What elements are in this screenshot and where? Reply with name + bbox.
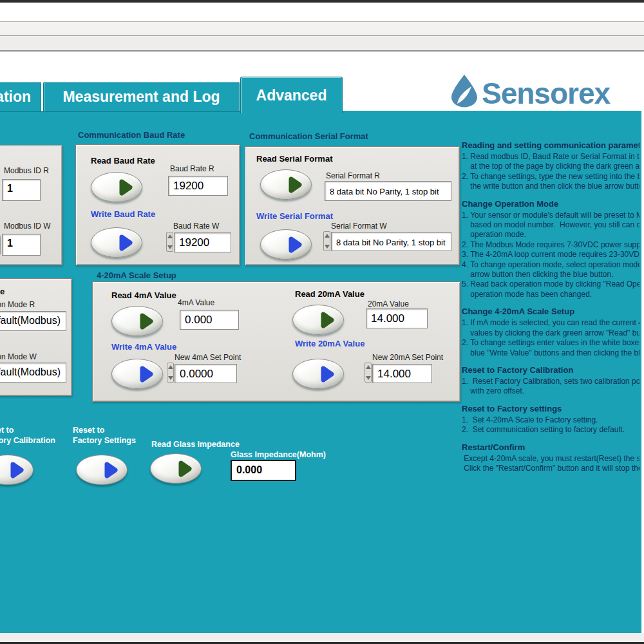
instruction-line: 1. Your sensor or module's default will … (462, 211, 639, 220)
20ma-value: 14.000 (366, 308, 428, 328)
glass-impedance-value: 0.000 (231, 460, 296, 481)
write-serial-format-button[interactable] (260, 229, 312, 260)
instruction-line: at the top of the page by clicking the d… (462, 162, 639, 171)
20ma-value-label: 20mA Value (368, 299, 409, 308)
new-4ma-spinner[interactable] (167, 363, 174, 383)
read-operation-mode-label: Read Operation Mode (0, 287, 5, 296)
baud-rate-r-label: Baud Rate R (170, 164, 214, 173)
blue-arrow-icon (9, 460, 26, 480)
tab-measurement-and-log[interactable]: Measurement and Log (43, 82, 240, 112)
blue-arrow-icon (138, 365, 155, 384)
green-arrow-icon (177, 459, 194, 478)
reset-factory-settings-button[interactable] (76, 455, 128, 485)
instruction-line: Except 4-20mA scale, you must restart(Re… (462, 454, 639, 464)
serial-format-r-value: 8 data bit No Parity, 1 stop bit (325, 181, 451, 201)
instruction-section: Reset to Factory Calibration1. Reset Fac… (462, 365, 639, 397)
spinner-up-icon[interactable] (168, 365, 173, 369)
serial-format-r-label: Serial Format R (326, 171, 380, 180)
new-20ma-setpoint-label: New 20mA Set Point (372, 353, 443, 362)
instruction-heading: Reading and setting communication parame… (462, 140, 639, 150)
write-20ma-button[interactable] (292, 359, 344, 389)
baud-rate-r-value: 19200 (168, 176, 228, 196)
operation-mode-r-value: Default(Modbus) (0, 311, 66, 331)
instruction-line: with zero offset. (462, 386, 639, 396)
instruction-line: operation mode. (462, 230, 639, 240)
instruction-line: 1. Set 4-20mA Scale to Factory setting. (462, 415, 639, 425)
tab-advanced[interactable]: Advanced (240, 77, 343, 113)
write-4ma-button[interactable] (111, 359, 163, 389)
spinner-down-icon[interactable] (168, 376, 173, 380)
instruction-section: Change 4-20mA Scale Setup1. If mA mode i… (462, 307, 639, 358)
green-arrow-icon (287, 175, 304, 194)
baud-rate-panel: Read Baud Rate Baud Rate R 19200 Write B… (75, 144, 240, 265)
tab-calibration[interactable]: Calibration (0, 82, 41, 112)
read-baud-rate-button[interactable] (91, 172, 142, 202)
read-20ma-button[interactable] (292, 305, 344, 335)
write-baud-rate-button[interactable] (91, 227, 142, 258)
instruction-line: blue "Write Value" buttons and then clic… (462, 348, 639, 358)
serial-format-w-spinner[interactable] (323, 231, 330, 251)
instruction-line: 1. If mA mode is selected, you can read … (462, 318, 639, 328)
read-4ma-button[interactable] (111, 306, 163, 336)
spinner-up-icon[interactable] (325, 234, 330, 238)
spinner-down-icon[interactable] (167, 245, 173, 249)
new-4ma-setpoint-input[interactable]: 0.0000 (175, 364, 237, 383)
instruction-line: 2. Set communication setting to factory … (462, 425, 639, 435)
new-20ma-setpoint-input[interactable]: 14.000 (372, 364, 432, 383)
serial-format-w-input[interactable]: 8 data bit No Parity, 1 stop bit (331, 232, 451, 251)
blue-arrow-icon (287, 235, 304, 254)
blue-arrow-icon (118, 233, 135, 252)
read-serial-format-button[interactable] (260, 169, 312, 200)
operation-mode-w-input[interactable]: Default(Modbus) (0, 363, 66, 383)
serial-format-w-label: Serial Format W (331, 222, 387, 231)
instruction-line: 2. The Modbus Mode requires 7-30VDC powe… (462, 240, 639, 250)
brand-name: Sensorex (482, 76, 610, 111)
4ma-value: 0.000 (180, 310, 239, 330)
blue-arrow-icon (319, 365, 336, 384)
read-glass-impedance-button[interactable] (150, 453, 202, 484)
spinner-up-icon[interactable] (167, 234, 173, 238)
instruction-section: Reading and setting communication parame… (462, 140, 639, 192)
modbus-id-r-value: 1 (2, 179, 41, 201)
instruction-line: 1. Reset Factory Calibration, sets two c… (462, 377, 639, 386)
instruction-heading: Restart/Confirm (462, 442, 639, 452)
read-glass-impedance-label: Read Glass Impedance (151, 439, 240, 450)
label-line: Factory Calibration (0, 435, 55, 446)
instruction-section: Change Operation Mode1. Your sensor or m… (462, 199, 639, 300)
instruction-line: operation mode has been changed. (462, 290, 639, 299)
spinner-up-icon[interactable] (366, 365, 371, 369)
serial-panel-title: Communication Serial Format (249, 131, 368, 141)
write-4ma-label: Write 4mA Value (111, 342, 176, 352)
baud-rate-w-input[interactable]: 19200 (174, 232, 231, 252)
menu-bar (0, 21, 644, 36)
tab-label: Measurement and Log (62, 88, 220, 106)
label-line: Reset to (73, 425, 136, 435)
write-20ma-label: Write 20mA Value (295, 339, 365, 348)
4ma-value-label: 4mA Value (178, 298, 214, 307)
instruction-section: Reset to Factory settings1. Set 4-20mA S… (462, 404, 639, 435)
modbus-id-w-spinner[interactable] (0, 235, 1, 255)
baud-rate-w-spinner[interactable] (166, 232, 173, 252)
spinner-down-icon[interactable] (325, 245, 330, 249)
instruction-heading: Change 4-20mA Scale Setup (462, 307, 639, 316)
green-arrow-icon (118, 178, 135, 197)
green-arrow-icon (319, 310, 336, 330)
instruction-line: values by clicking the dark green arrow … (462, 328, 639, 338)
read-4ma-label: Read 4mA Value (111, 290, 176, 300)
instruction-line: the write button and then click the blue… (462, 182, 639, 191)
read-serial-format-label: Read Serial Format (256, 154, 333, 164)
modbus-id-w-input[interactable]: 1 (2, 234, 41, 256)
instruction-heading: Change Operation Mode (462, 199, 639, 209)
new-20ma-spinner[interactable] (365, 363, 372, 383)
spinner-down-icon[interactable] (366, 376, 371, 380)
modbus-id-panel: Modbus ID R 1 Modbus ID W 1 (0, 145, 62, 265)
modbus-id-r-label: Modbus ID R (4, 166, 49, 175)
instruction-line: 1. Read modbus ID, Baud Rate or Serial F… (462, 152, 639, 162)
write-baud-rate-label: Write Baud Rate (91, 209, 155, 219)
tool-bar (0, 36, 644, 52)
label-line: Factory Settings (73, 435, 136, 446)
sensorex-drop-icon (451, 74, 478, 108)
modbus-id-w-label: Modbus ID W (4, 222, 51, 231)
instruction-line: 4. To change operation mode, select oper… (462, 260, 639, 270)
instruction-heading: Reset to Factory Calibration (462, 365, 639, 375)
